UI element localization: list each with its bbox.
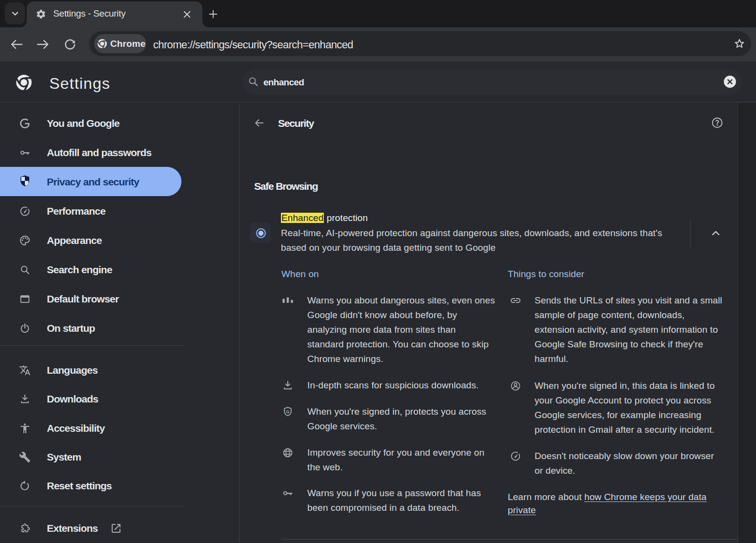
svg-text:G: G — [286, 409, 289, 414]
